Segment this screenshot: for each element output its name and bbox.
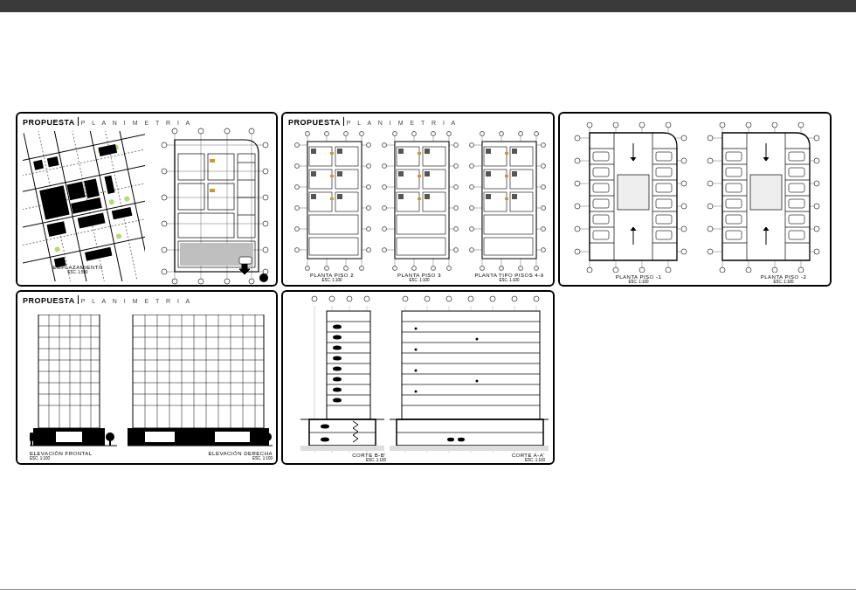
- svg-rect-127: [337, 194, 342, 199]
- scale: ESC. 1:100: [299, 278, 365, 282]
- svg-point-455: [458, 438, 465, 442]
- svg-rect-277: [656, 168, 672, 176]
- scale: ESC. 1:100: [484, 458, 545, 462]
- caption-floor2: PLANTA PISO 2ESC. 1:100: [299, 273, 365, 282]
- svg-point-393: [364, 296, 369, 301]
- panel-title: PROPUESTAP L A N I M E T R I A: [288, 117, 458, 127]
- scale: ESC. 1:100: [604, 280, 673, 284]
- svg-point-190: [542, 143, 546, 148]
- svg-point-39: [172, 128, 177, 134]
- svg-point-235: [666, 267, 671, 273]
- svg-point-133: [412, 266, 417, 271]
- svg-point-246: [575, 204, 580, 209]
- svg-point-399: [512, 296, 517, 301]
- svg-point-300: [814, 158, 819, 163]
- svg-point-302: [708, 181, 713, 186]
- svg-point-421: [333, 388, 342, 392]
- svg-point-91: [360, 266, 364, 271]
- svg-point-390: [312, 296, 317, 301]
- panel-title: PROPUESTAP L A N I M E T R I A: [23, 295, 192, 305]
- svg-rect-280: [656, 215, 672, 224]
- svg-point-296: [708, 135, 713, 141]
- svg-point-135: [431, 132, 436, 136]
- svg-point-46: [224, 279, 230, 284]
- svg-rect-170: [398, 149, 404, 154]
- svg-point-157: [454, 248, 459, 253]
- svg-rect-206: [482, 142, 536, 259]
- svg-point-241: [681, 158, 687, 163]
- svg-point-43: [198, 279, 204, 284]
- caption-b1: PLANTA PISO -1ESC. 1:100: [604, 274, 673, 284]
- svg-point-97: [367, 164, 371, 169]
- svg-point-253: [681, 249, 687, 254]
- svg-rect-282: [618, 175, 649, 210]
- svg-rect-124: [311, 171, 316, 176]
- svg-point-400: [534, 296, 539, 301]
- paper-sheet: PROPUESTAP L A N I M E T R I A: [0, 12, 856, 616]
- svg-point-142: [454, 143, 459, 148]
- svg-rect-110: [307, 142, 362, 259]
- svg-point-425: [321, 425, 329, 429]
- svg-rect-272: [593, 183, 609, 192]
- svg-rect-70: [178, 183, 204, 210]
- svg-rect-339: [789, 215, 804, 224]
- svg-rect-33: [33, 160, 44, 170]
- scale: ESC. 1:100: [473, 278, 545, 282]
- svg-point-79: [259, 273, 268, 282]
- title-prefix: PROPUESTA: [288, 118, 341, 127]
- drawing-sheet-group: PROPUESTAP L A N I M E T R I A: [16, 112, 840, 479]
- svg-rect-126: [311, 194, 316, 199]
- svg-point-64: [263, 247, 268, 253]
- svg-point-195: [470, 185, 474, 190]
- svg-point-154: [454, 227, 459, 232]
- svg-point-186: [535, 132, 539, 136]
- svg-point-184: [519, 266, 523, 271]
- svg-point-244: [681, 181, 687, 186]
- svg-point-192: [470, 164, 474, 169]
- svg-point-285: [720, 267, 725, 273]
- svg-rect-436: [402, 311, 540, 419]
- svg-point-109: [367, 248, 371, 253]
- svg-point-105: [295, 227, 300, 232]
- floor3-drawing: [379, 131, 459, 271]
- svg-point-232: [639, 267, 645, 273]
- svg-rect-26: [66, 182, 85, 200]
- caption-site: EMPLAZAMIENTO ESC. 1:500: [38, 265, 117, 274]
- svg-point-225: [587, 122, 592, 128]
- svg-rect-32: [112, 207, 133, 219]
- svg-point-147: [383, 185, 387, 190]
- basement-1-drawing: [569, 122, 694, 273]
- panel-sections: CORTE B-B'ESC. 1:100 CORTE A-A'ESC. 1:10…: [281, 290, 555, 465]
- svg-rect-120: [330, 175, 334, 177]
- svg-rect-278: [656, 183, 672, 192]
- scale: ESC. 1:100: [30, 456, 117, 460]
- svg-point-90: [360, 132, 364, 136]
- svg-point-394: [403, 296, 408, 301]
- svg-point-145: [454, 164, 459, 169]
- svg-point-451: [476, 380, 479, 383]
- svg-rect-384: [215, 432, 250, 442]
- svg-point-396: [446, 296, 452, 301]
- svg-point-426: [321, 438, 329, 442]
- svg-point-58: [263, 195, 268, 200]
- svg-point-305: [708, 204, 713, 209]
- svg-rect-357: [56, 432, 82, 442]
- svg-point-51: [162, 142, 167, 148]
- svg-rect-220: [486, 171, 491, 176]
- svg-rect-276: [656, 152, 672, 161]
- svg-rect-329: [726, 152, 742, 161]
- svg-point-106: [367, 227, 371, 232]
- svg-point-130: [393, 266, 397, 271]
- svg-point-87: [344, 132, 349, 136]
- svg-point-88: [344, 266, 349, 271]
- title-prefix: PROPUESTA: [23, 118, 75, 127]
- svg-rect-332: [726, 199, 742, 208]
- svg-rect-169: [418, 197, 421, 200]
- svg-point-247: [681, 204, 687, 209]
- svg-point-81: [306, 132, 310, 136]
- caption-elev-derecha: ELEVACIÓN DERECHAESC. 1:100: [189, 451, 273, 460]
- svg-point-204: [470, 248, 474, 253]
- svg-point-193: [542, 164, 546, 169]
- title-suffix: P L A N I M E T R I A: [81, 120, 192, 126]
- svg-rect-158: [395, 142, 449, 259]
